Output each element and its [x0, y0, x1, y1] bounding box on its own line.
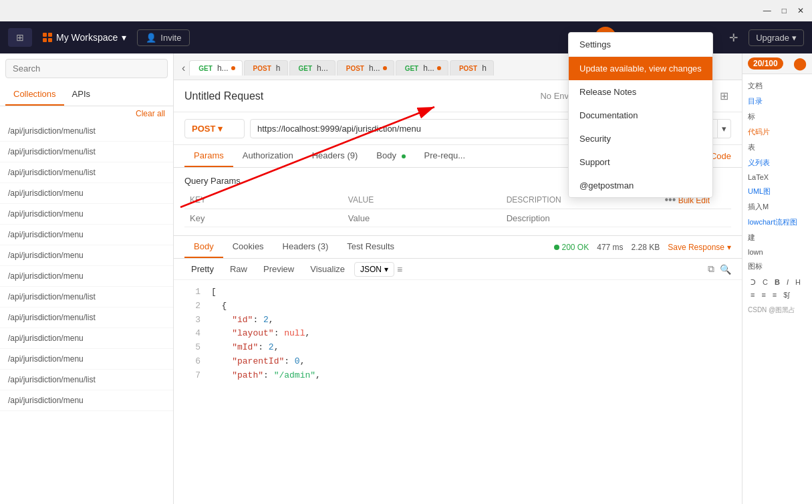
minimize-control[interactable]: —	[763, 6, 771, 15]
sidebar-tab-apis[interactable]: APIs	[64, 84, 98, 106]
rp-down[interactable]: lown	[745, 247, 809, 257]
request-tab[interactable]: GET h...	[189, 60, 242, 76]
tabs-back-arrow[interactable]: ‹	[179, 62, 188, 74]
close-control[interactable]: ✕	[797, 6, 804, 15]
layout-icon[interactable]: ⊞	[717, 87, 731, 105]
upgrade-button[interactable]: Upgrade ▾	[749, 29, 804, 46]
update-menu-item[interactable]: Update available, view changes	[569, 57, 712, 80]
description-input[interactable]	[507, 213, 654, 223]
list-item[interactable]: /api/jurisdiction/menu/list	[0, 142, 173, 162]
rp-icon[interactable]: 图标	[745, 260, 809, 273]
security-menu-item[interactable]: Security	[569, 127, 712, 150]
list-item[interactable]: /api/jurisdiction/menu/list	[0, 307, 173, 328]
value-input[interactable]	[348, 213, 496, 223]
tab-headers[interactable]: Headers (9)	[303, 145, 368, 167]
list-item[interactable]: /api/jurisdiction/menu/list	[0, 287, 173, 307]
save-response-chevron: ▾	[727, 243, 731, 252]
key-input[interactable]	[190, 213, 337, 223]
tab-pre-request[interactable]: Pre-requ...	[415, 145, 475, 167]
method-post-badge: POST	[251, 64, 273, 73]
method-selector[interactable]: POST ▾	[184, 119, 245, 138]
json-line: 5 "mId": 2,	[184, 341, 731, 355]
rp-uml[interactable]: UML图	[745, 185, 809, 198]
status-badge: 200 OK	[554, 243, 589, 252]
rp-build[interactable]: 建	[745, 231, 809, 244]
format-tab-raw[interactable]: Raw	[223, 261, 254, 277]
list-item[interactable]: /api/jurisdiction/menu/list	[0, 162, 173, 183]
request-tab[interactable]: POST h...	[337, 60, 394, 76]
rp-math[interactable]: $∫	[781, 289, 792, 300]
rp-c[interactable]: C	[760, 277, 771, 288]
rp-table2[interactable]: 表	[745, 141, 809, 154]
request-tab[interactable]: GET h...	[289, 60, 335, 76]
save-dropdown-button[interactable]: ▾	[718, 119, 731, 138]
sidebar-tab-collections[interactable]: Collections	[5, 84, 64, 106]
sidebar-toggle-button[interactable]: ⊞	[8, 28, 32, 47]
resp-tab-body[interactable]: Body	[184, 236, 223, 258]
format-tab-preview[interactable]: Preview	[257, 261, 301, 277]
tab-authorization[interactable]: Authorization	[233, 145, 303, 167]
rp-label[interactable]: 标	[745, 110, 809, 123]
json-line: 4 "layout": null,	[184, 327, 731, 341]
rp-undo[interactable]: Ↄ	[748, 277, 759, 288]
list-item[interactable]: /api/jurisdiction/menu	[0, 225, 173, 245]
documentation-menu-item[interactable]: Documentation	[569, 104, 712, 127]
rp-heading[interactable]: H	[793, 277, 803, 288]
resp-tab-headers[interactable]: Headers (3)	[273, 236, 338, 258]
copy-response-button[interactable]: ⧉	[708, 263, 714, 275]
rp-bold[interactable]: B	[772, 277, 783, 288]
support-menu-item[interactable]: Support	[569, 150, 712, 174]
rp-list1[interactable]: ≡	[748, 289, 757, 300]
format-tab-pretty[interactable]: Pretty	[184, 261, 221, 277]
workspace-icon	[43, 33, 52, 42]
request-tab[interactable]: GET h...	[396, 60, 448, 76]
url-input[interactable]	[250, 119, 603, 138]
json-format-selector[interactable]: JSON ▾	[354, 262, 394, 277]
list-item[interactable]: /api/jurisdiction/menu	[0, 245, 173, 266]
line-number: 4	[184, 327, 200, 341]
resp-tab-test-results[interactable]: Test Results	[337, 236, 404, 258]
workspace-chevron: ▾	[122, 32, 126, 43]
line-number: 5	[184, 341, 200, 355]
rp-def-list[interactable]: 义列表	[745, 156, 809, 169]
tab-body[interactable]: Body	[367, 145, 414, 167]
json-content-line: "id": 2,	[211, 313, 274, 328]
list-item[interactable]: /api/jurisdiction/menu	[0, 349, 173, 370]
sidebar: Collections APIs Clear all /api/jurisdic…	[0, 53, 174, 504]
settings-menu-item[interactable]: Settings	[569, 33, 712, 56]
rp-insert[interactable]: 插入M	[745, 201, 809, 213]
rp-list2[interactable]: ≡	[759, 289, 768, 300]
list-item[interactable]: /api/jurisdiction/menu	[0, 204, 173, 225]
code-link[interactable]: Code	[710, 151, 731, 161]
list-item[interactable]: /api/jurisdiction/menu	[0, 328, 173, 349]
rp-code-snippet[interactable]: 代码片	[745, 126, 809, 138]
getpostman-menu-item[interactable]: @getpostman	[569, 174, 712, 197]
search-response-button[interactable]: 🔍	[720, 263, 731, 275]
rp-toc[interactable]: 目录	[745, 95, 809, 108]
list-item[interactable]: /api/jurisdiction/menu/list	[0, 370, 173, 390]
rp-italic[interactable]: I	[784, 277, 791, 288]
list-item[interactable]: /api/jurisdiction/menu	[0, 266, 173, 287]
request-tab[interactable]: POST h	[450, 60, 494, 76]
sidebar-search-input[interactable]	[5, 59, 168, 78]
list-item[interactable]: /api/jurisdiction/menu	[0, 183, 173, 204]
list-item[interactable]: /api/jurisdiction/menu/list	[0, 121, 173, 142]
workspace-selector[interactable]: My Workspace ▾	[37, 29, 132, 45]
body-wrap-icon[interactable]: ≡	[397, 264, 402, 275]
rp-list3[interactable]: ≡	[770, 289, 779, 300]
tab-params[interactable]: Params	[184, 145, 233, 167]
save-response-button[interactable]: Save Response ▾	[668, 243, 731, 252]
request-tab[interactable]: POST h	[244, 60, 288, 76]
method-get-badge: GET	[196, 64, 215, 73]
add-button[interactable]: ✛	[723, 27, 743, 47]
rp-docs[interactable]: 文档	[745, 80, 809, 92]
release-notes-menu-item[interactable]: Release Notes	[569, 80, 712, 104]
resp-tab-cookies[interactable]: Cookies	[223, 236, 273, 258]
format-tab-visualize[interactable]: Visualize	[303, 261, 352, 277]
rp-flowchart[interactable]: lowchart流程图	[745, 216, 809, 229]
invite-button[interactable]: 👤 Invite	[137, 29, 190, 46]
list-item[interactable]: /api/jurisdiction/menu	[0, 390, 173, 411]
clear-all-button[interactable]: Clear all	[136, 109, 165, 118]
maximize-control[interactable]: □	[782, 6, 787, 15]
rp-latex[interactable]: LaTeX	[745, 172, 809, 182]
